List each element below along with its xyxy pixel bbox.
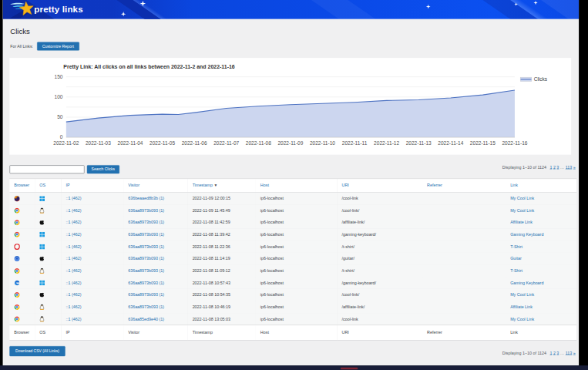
svg-text:2022-11-11: 2022-11-11 xyxy=(342,140,368,145)
svg-text:2022-11-09: 2022-11-09 xyxy=(277,140,303,145)
svg-text:100: 100 xyxy=(55,94,63,99)
svg-text:50: 50 xyxy=(57,114,63,119)
svg-text:2022-11-07: 2022-11-07 xyxy=(213,140,239,145)
svg-text:0: 0 xyxy=(60,134,63,140)
svg-text:2022-11-05: 2022-11-05 xyxy=(150,140,175,145)
svg-text:2022-11-14: 2022-11-14 xyxy=(438,140,463,145)
svg-text:2022-11-12: 2022-11-12 xyxy=(374,140,399,145)
svg-text:2022-11-08: 2022-11-08 xyxy=(246,140,271,145)
svg-text:2022-11-03: 2022-11-03 xyxy=(86,140,111,145)
svg-text:2022-11-04: 2022-11-04 xyxy=(118,140,143,145)
svg-text:2022-11-15: 2022-11-15 xyxy=(470,140,496,145)
svg-text:2022-11-13: 2022-11-13 xyxy=(406,140,432,145)
svg-text:2022-11-16: 2022-11-16 xyxy=(502,140,528,145)
svg-text:2022-11-06: 2022-11-06 xyxy=(182,140,207,145)
svg-text:Clicks: Clicks xyxy=(534,76,548,82)
svg-text:2022-11-10: 2022-11-10 xyxy=(310,140,335,145)
svg-text:2022-11-02: 2022-11-02 xyxy=(53,140,79,145)
svg-text:150: 150 xyxy=(55,74,63,79)
